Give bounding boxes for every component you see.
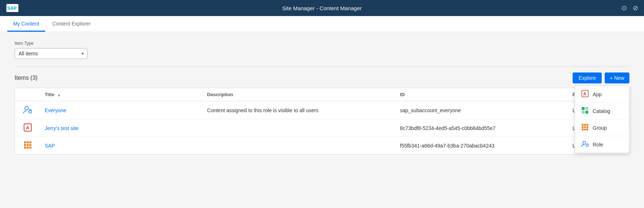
dropdown-item-role[interactable]: Role bbox=[575, 136, 629, 153]
row-title-cell: SAP bbox=[40, 137, 203, 154]
items-actions: Explore + New A App bbox=[573, 72, 629, 83]
svg-rect-12 bbox=[584, 126, 586, 128]
svg-rect-4 bbox=[582, 107, 585, 110]
role-icon bbox=[581, 140, 589, 149]
role-row-icon bbox=[23, 110, 32, 115]
row-desc-cell: Content assigned to this role is visible… bbox=[203, 101, 396, 119]
tab-content-explorer[interactable]: Content Explorer bbox=[47, 17, 97, 32]
svg-rect-15 bbox=[584, 129, 586, 130]
table-header-row: Title ▲ Description ID Provider bbox=[15, 88, 629, 101]
svg-text:A: A bbox=[583, 91, 586, 97]
dropdown-item-group[interactable]: Group bbox=[575, 119, 629, 136]
row-icon-cell: A bbox=[15, 119, 40, 137]
svg-rect-27 bbox=[27, 144, 29, 146]
row-icon-cell bbox=[15, 101, 40, 119]
items-table: Title ▲ Description ID Provider bbox=[15, 88, 629, 154]
section-divider bbox=[15, 66, 629, 67]
user-icon[interactable]: ⊙ bbox=[621, 4, 627, 12]
dropdown-item-catalog-label: Catalog bbox=[593, 108, 610, 114]
col-header-id: ID bbox=[396, 88, 568, 101]
table-row: Everyone Content assigned to this role i… bbox=[15, 101, 629, 119]
filter-section: Item Type All items App Catalog Group Ro… bbox=[15, 41, 629, 59]
svg-rect-9 bbox=[584, 124, 586, 126]
table-row: SAP f55fb341-a66d-49a7-b3ba-270abacb4243… bbox=[15, 137, 629, 154]
header-icons: ⊙ ⊘ bbox=[621, 4, 638, 12]
row-icon-cell bbox=[15, 137, 40, 154]
row-title-cell: Jerry's test site bbox=[40, 119, 203, 137]
svg-rect-31 bbox=[29, 147, 31, 149]
new-button[interactable]: + New bbox=[605, 72, 629, 83]
item-type-select-wrapper: All items App Catalog Group Role ▾ bbox=[15, 48, 87, 59]
svg-rect-30 bbox=[27, 147, 29, 149]
row-id-cell: f55fb341-a66d-49a7-b3ba-270abacb4243 bbox=[396, 137, 568, 154]
col-header-icon bbox=[15, 88, 40, 101]
svg-rect-14 bbox=[582, 129, 584, 130]
svg-point-17 bbox=[583, 141, 586, 144]
svg-rect-18 bbox=[586, 145, 588, 146]
items-title: Items (3) bbox=[15, 75, 38, 81]
app-icon: A bbox=[581, 90, 589, 99]
row-desc-cell bbox=[203, 137, 396, 154]
svg-rect-28 bbox=[29, 144, 31, 146]
row-title-link[interactable]: Everyone bbox=[45, 107, 66, 113]
row-id-cell: 8c73bdf8-5234-4ed5-a545-c0bb84bd55e7 bbox=[396, 119, 568, 137]
dropdown-item-app-label: App bbox=[593, 91, 602, 97]
items-header: Items (3) Explore + New A App bbox=[15, 72, 629, 83]
header-title: Site Manager - Content Manager bbox=[282, 5, 362, 11]
catalog-icon bbox=[581, 106, 589, 115]
dropdown-item-catalog[interactable]: Catalog bbox=[575, 102, 629, 119]
dropdown-item-group-label: Group bbox=[593, 125, 607, 131]
svg-rect-11 bbox=[582, 126, 584, 128]
filter-label: Item Type bbox=[15, 41, 629, 46]
svg-rect-16 bbox=[586, 129, 588, 130]
group-row-icon bbox=[23, 145, 32, 150]
sap-logo: SAP bbox=[6, 4, 19, 12]
row-title-link[interactable]: Jerry's test site bbox=[45, 125, 79, 131]
col-header-title[interactable]: Title ▲ bbox=[40, 88, 203, 101]
explore-button[interactable]: Explore bbox=[573, 72, 601, 83]
dropdown-item-app[interactable]: A App bbox=[575, 86, 629, 102]
svg-rect-13 bbox=[586, 126, 588, 128]
svg-rect-29 bbox=[24, 147, 26, 149]
row-desc-cell bbox=[203, 119, 396, 137]
svg-rect-25 bbox=[29, 141, 31, 144]
row-title-cell: Everyone bbox=[40, 101, 203, 119]
item-type-select[interactable]: All items App Catalog Group Role bbox=[15, 48, 87, 59]
svg-text:SAP: SAP bbox=[7, 6, 17, 11]
svg-rect-26 bbox=[24, 144, 26, 146]
svg-rect-7 bbox=[585, 111, 588, 114]
col-header-description: Description bbox=[203, 88, 396, 101]
new-dropdown-menu: A App Catalog bbox=[575, 86, 629, 153]
row-title-link[interactable]: SAP bbox=[45, 143, 55, 149]
sort-icon: ▲ bbox=[57, 93, 61, 97]
help-icon[interactable]: ⊘ bbox=[633, 4, 638, 12]
app-header: SAP Site Manager - Content Manager ⊙ ⊘ bbox=[0, 0, 644, 16]
svg-rect-5 bbox=[585, 107, 588, 110]
svg-rect-23 bbox=[24, 141, 26, 144]
table-row: A Jerry's test site 8c73bdf8-5234-4ed5-a… bbox=[15, 119, 629, 137]
svg-point-19 bbox=[25, 106, 28, 110]
svg-rect-24 bbox=[27, 141, 29, 144]
tabs-bar: My Content Content Explorer bbox=[0, 16, 644, 32]
svg-rect-20 bbox=[29, 111, 32, 113]
svg-text:A: A bbox=[26, 125, 30, 130]
app-row-icon: A bbox=[23, 127, 32, 133]
main-content: Item Type All items App Catalog Group Ro… bbox=[0, 32, 644, 208]
svg-rect-6 bbox=[582, 111, 585, 114]
svg-rect-10 bbox=[586, 124, 588, 126]
group-icon bbox=[581, 123, 589, 132]
dropdown-item-role-label: Role bbox=[593, 142, 603, 148]
svg-rect-8 bbox=[582, 124, 584, 126]
row-id-cell: sap_subaccount_everyone bbox=[396, 101, 568, 119]
tab-my-content[interactable]: My Content bbox=[7, 17, 45, 32]
